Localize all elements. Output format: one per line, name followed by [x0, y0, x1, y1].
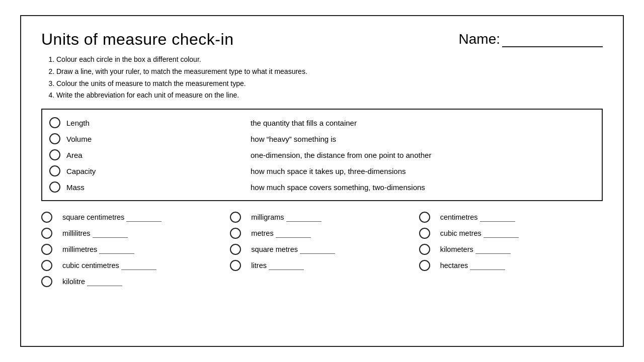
circle-cubic-centimetres[interactable]: [41, 260, 52, 271]
unit-cubic-centimetres: cubic centimetres: [41, 257, 225, 274]
unit-metres: metres: [230, 225, 414, 241]
unit-label-square-metres: square metres: [251, 245, 298, 253]
unit-litres: litres: [230, 257, 414, 274]
circle-millilitres[interactable]: [41, 228, 52, 239]
header: Units of measure check-in Name:: [41, 30, 603, 49]
units-col1: square centimetres millilitres millimetr…: [41, 209, 225, 290]
circle-cubic-metres[interactable]: [419, 228, 430, 239]
unit-label-centimetres: centimetres: [440, 213, 478, 221]
unit-label-millimetres: millimetres: [62, 245, 97, 253]
instruction-3: Colour the units of measure to match the…: [56, 78, 603, 90]
unit-label-cubic-metres: cubic metres: [440, 229, 481, 237]
units-grid: square centimetres millilitres millimetr…: [41, 209, 603, 290]
unit-line-square-metres: [300, 245, 335, 254]
match-label-area: Area: [66, 151, 83, 159]
page: Units of measure check-in Name: Colour e…: [20, 15, 624, 347]
unit-label-millilitres: millilitres: [62, 229, 91, 237]
match-row-area: Area one-dimension, the distance from on…: [49, 147, 592, 163]
unit-label-hectares: hectares: [440, 261, 468, 269]
match-desc-area: one-dimension, the distance from one poi…: [220, 151, 592, 159]
instructions: Colour each circle in the box a differen…: [41, 54, 603, 102]
circle-kilometers[interactable]: [419, 244, 430, 255]
match-label-length: Length: [66, 119, 90, 127]
circle-millimetres[interactable]: [41, 244, 52, 255]
unit-line-hectares: [470, 261, 505, 270]
circle-litres[interactable]: [230, 260, 241, 271]
unit-line-litres: [269, 261, 304, 270]
circle-square-centimetres[interactable]: [41, 212, 52, 223]
circle-centimetres[interactable]: [419, 212, 430, 223]
units-col3: centimetres cubic metres kilometers hect…: [419, 209, 603, 290]
circle-kilolitre[interactable]: [41, 276, 52, 287]
unit-line-kilometers: [475, 245, 511, 254]
circle-area[interactable]: [49, 149, 60, 160]
unit-line-millilitres: [93, 229, 128, 238]
unit-hectares: hectares: [419, 257, 603, 274]
circle-volume[interactable]: [49, 133, 60, 144]
instruction-4: Write the abbreviation for each unit of …: [56, 89, 603, 102]
units-col2: milligrams metres square metres litres: [230, 209, 414, 290]
unit-label-square-centimetres: square centimetres: [62, 213, 124, 221]
match-row-length: Length the quantity that fills a contain…: [49, 115, 592, 131]
unit-label-kilolitre: kilolitre: [62, 278, 85, 286]
circle-square-metres[interactable]: [230, 244, 241, 255]
unit-millilitres: millilitres: [41, 225, 225, 241]
unit-line-millimetres: [99, 245, 134, 254]
match-row-mass: Mass how much space covers something, tw…: [49, 179, 592, 195]
unit-line-kilolitre: [87, 278, 122, 286]
unit-line-metres: [276, 229, 311, 238]
circle-length[interactable]: [49, 117, 60, 128]
match-desc-length: the quantity that fills a container: [220, 119, 592, 127]
match-label-mass: Mass: [66, 183, 85, 192]
name-input-line: [502, 30, 603, 47]
unit-line-cubic-metres: [484, 229, 519, 238]
instruction-2: Draw a line, with your ruler, to match t…: [56, 66, 603, 78]
unit-label-metres: metres: [251, 229, 273, 237]
match-row-capacity: Capacity how much space it takes up, thr…: [49, 163, 592, 179]
unit-label-kilometers: kilometers: [440, 245, 473, 253]
unit-line-square-centimetres: [126, 213, 162, 222]
match-desc-volume: how “heavy” something is: [220, 135, 592, 143]
circle-mass[interactable]: [49, 182, 60, 193]
unit-milligrams: milligrams: [230, 209, 414, 225]
name-label: Name:: [459, 31, 500, 47]
circle-hectares[interactable]: [419, 260, 430, 271]
page-title: Units of measure check-in: [41, 30, 233, 49]
unit-line-cubic-centimetres: [121, 261, 156, 270]
unit-line-centimetres: [480, 213, 515, 222]
match-row-volume: Volume how “heavy” something is: [49, 131, 592, 147]
name-field: Name:: [459, 30, 603, 47]
circle-metres[interactable]: [230, 228, 241, 239]
unit-millimetres: millimetres: [41, 241, 225, 257]
unit-square-metres: square metres: [230, 241, 414, 257]
circle-capacity[interactable]: [49, 165, 60, 176]
unit-kilolitre: kilolitre: [41, 274, 225, 290]
unit-centimetres: centimetres: [419, 209, 603, 225]
match-label-capacity: Capacity: [66, 167, 96, 175]
unit-line-milligrams: [286, 213, 321, 222]
unit-square-centimetres: square centimetres: [41, 209, 225, 225]
unit-label-milligrams: milligrams: [251, 213, 284, 221]
instruction-1: Colour each circle in the box a differen…: [56, 54, 603, 66]
match-box: Length the quantity that fills a contain…: [41, 109, 603, 201]
match-label-volume: Volume: [66, 135, 92, 143]
unit-label-cubic-centimetres: cubic centimetres: [62, 261, 119, 269]
unit-label-litres: litres: [251, 261, 267, 269]
unit-kilometers: kilometers: [419, 241, 603, 257]
match-desc-capacity: how much space it takes up, three-dimens…: [220, 167, 592, 175]
circle-milligrams[interactable]: [230, 212, 241, 223]
match-desc-mass: how much space covers something, two-dim…: [220, 183, 592, 192]
unit-cubic-metres: cubic metres: [419, 225, 603, 241]
